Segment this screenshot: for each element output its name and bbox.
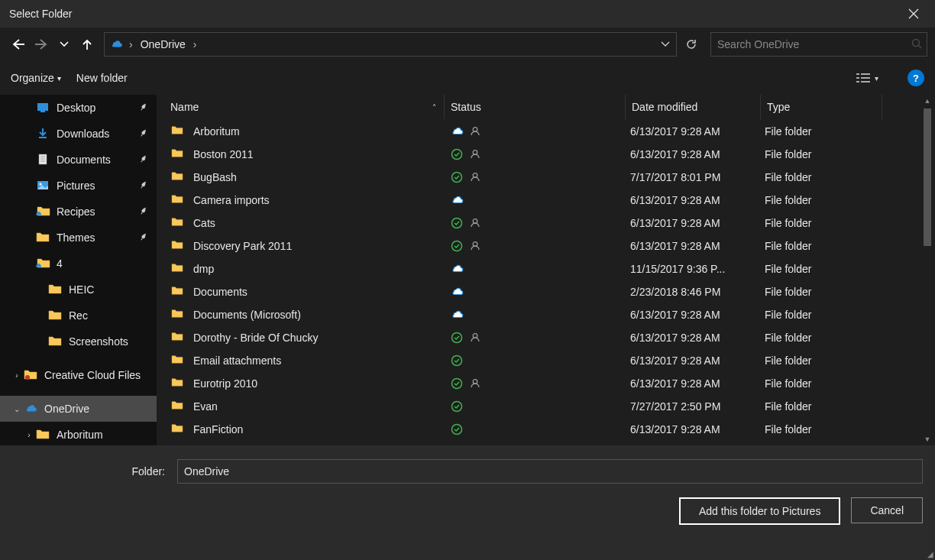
check-status-icon bbox=[450, 216, 464, 230]
refresh-button[interactable] bbox=[680, 33, 703, 56]
new-folder-button[interactable]: New folder bbox=[76, 72, 128, 84]
folder-icon bbox=[35, 230, 50, 245]
file-type: File folder bbox=[759, 354, 879, 367]
download-icon bbox=[35, 126, 50, 141]
file-row[interactable]: Cats6/13/2017 9:28 AMFile folder bbox=[157, 212, 935, 235]
tree-item[interactable]: Pictures bbox=[0, 173, 157, 199]
check-status-icon bbox=[450, 147, 464, 161]
onedrive-icon bbox=[109, 37, 123, 51]
tree-item[interactable]: Themes bbox=[0, 225, 157, 251]
file-row[interactable]: FanFiction6/13/2017 9:28 AMFile folder bbox=[157, 418, 935, 441]
nav-back-button[interactable] bbox=[8, 34, 29, 55]
dialog-window: Select Folder › OneDrive › Organize ▾ bbox=[0, 0, 935, 560]
cancel-button[interactable]: Cancel bbox=[851, 497, 923, 523]
svg-rect-13 bbox=[856, 73, 859, 75]
expand-icon[interactable]: › bbox=[11, 371, 23, 380]
tree-item[interactable]: ⌄OneDrive bbox=[0, 396, 157, 422]
file-type: File folder bbox=[759, 148, 879, 160]
check-status-icon bbox=[450, 354, 464, 367]
file-row[interactable]: BugBash7/17/2017 8:01 PMFile folder bbox=[157, 166, 935, 189]
file-name: Documents (Microsoft) bbox=[193, 309, 301, 321]
file-row[interactable]: Eurotrip 20106/13/2017 9:28 AMFile folde… bbox=[157, 372, 935, 395]
nav-recent-dropdown[interactable] bbox=[53, 34, 75, 55]
expand-icon[interactable]: ⌄ bbox=[11, 405, 23, 413]
tree-item-label: HEIC bbox=[69, 283, 157, 296]
scroll-down-button[interactable]: ▼ bbox=[921, 433, 933, 445]
file-row[interactable]: dmp11/15/2017 9:36 P...File folder bbox=[157, 257, 935, 280]
organize-menu[interactable]: Organize ▾ bbox=[11, 72, 61, 84]
tree-item[interactable]: Rec bbox=[0, 303, 157, 329]
file-row[interactable]: Evan7/27/2017 2:50 PMFile folder bbox=[157, 395, 935, 418]
file-type: File folder bbox=[759, 217, 879, 229]
file-row[interactable]: Camera imports6/13/2017 9:28 AMFile fold… bbox=[157, 189, 935, 212]
shared-icon bbox=[468, 377, 482, 390]
tree-item[interactable]: Desktop bbox=[0, 95, 157, 121]
address-bar[interactable]: › OneDrive › bbox=[104, 32, 677, 57]
close-button[interactable] bbox=[898, 0, 929, 28]
tree-item[interactable]: 4 bbox=[0, 251, 157, 277]
scroll-up-button[interactable]: ▲ bbox=[921, 95, 933, 107]
titlebar: Select Folder bbox=[0, 0, 935, 28]
file-row[interactable]: Dorothy - Bride Of Chucky6/13/2017 9:28 … bbox=[157, 326, 935, 349]
organize-label: Organize bbox=[11, 72, 54, 84]
chevron-down-icon: ▾ bbox=[875, 74, 878, 83]
tree-item-label: Screenshots bbox=[69, 335, 157, 348]
tree-item[interactable]: ›Arboritum bbox=[0, 422, 157, 445]
file-row[interactable]: Documents2/23/2018 8:46 PMFile folder bbox=[157, 280, 935, 303]
file-row[interactable]: Discovery Park 20116/13/2017 9:28 AMFile… bbox=[157, 235, 935, 257]
folder-icon bbox=[170, 216, 184, 230]
add-folder-button[interactable]: Add this folder to Pictures bbox=[679, 497, 841, 525]
tree-item[interactable]: Screenshots bbox=[0, 329, 157, 354]
view-options-button[interactable]: ▾ bbox=[856, 73, 878, 83]
resize-grip[interactable]: ◢ bbox=[927, 550, 933, 558]
scroll-thumb[interactable] bbox=[924, 108, 931, 246]
cloudfolder-icon bbox=[35, 256, 50, 271]
file-row[interactable]: Boston 20116/13/2017 9:28 AMFile folder bbox=[157, 143, 935, 166]
tree-item[interactable]: Downloads bbox=[0, 121, 157, 147]
tree-item-label: Pictures bbox=[57, 180, 137, 192]
file-rows: Arboritum6/13/2017 9:28 AMFile folderBos… bbox=[157, 120, 935, 445]
folder-row: Folder: bbox=[12, 459, 923, 484]
tree-item[interactable]: Recipes bbox=[0, 199, 157, 225]
tree-item[interactable]: ›Creative Cloud Files bbox=[0, 362, 157, 388]
search-box[interactable] bbox=[710, 32, 927, 57]
column-date-modified[interactable]: Date modified bbox=[626, 95, 761, 119]
folder-icon bbox=[170, 193, 184, 207]
file-row[interactable]: Documents (Microsoft)6/13/2017 9:28 AMFi… bbox=[157, 303, 935, 326]
column-name[interactable]: Name˄ bbox=[157, 95, 445, 119]
folder-icon bbox=[47, 334, 63, 349]
file-type: File folder bbox=[759, 194, 879, 206]
search-input[interactable] bbox=[716, 37, 911, 51]
file-date: 6/13/2017 9:28 AM bbox=[624, 332, 759, 344]
column-status[interactable]: Status bbox=[445, 95, 626, 119]
cloud-status-icon bbox=[450, 262, 464, 276]
expand-icon[interactable]: › bbox=[23, 431, 35, 439]
nav-up-button[interactable] bbox=[76, 34, 98, 55]
file-name: FanFiction bbox=[193, 423, 243, 435]
dialog-footer: Folder: Add this folder to Pictures Canc… bbox=[0, 445, 935, 560]
sort-ascending-icon: ˄ bbox=[432, 103, 436, 112]
folder-icon bbox=[170, 262, 184, 276]
tree-item[interactable]: Documents bbox=[0, 147, 157, 173]
nav-forward-button[interactable] bbox=[31, 34, 52, 55]
folder-icon bbox=[170, 400, 184, 413]
breadcrumb-item[interactable]: OneDrive bbox=[136, 38, 190, 50]
folder-name-input[interactable] bbox=[177, 459, 923, 484]
navigation-tree[interactable]: DesktopDownloadsDocumentsPicturesRecipes… bbox=[0, 95, 157, 445]
shared-icon bbox=[468, 170, 482, 184]
svg-line-12 bbox=[919, 46, 921, 48]
shared-icon bbox=[468, 331, 482, 345]
file-name: Cats bbox=[193, 217, 215, 229]
vertical-scrollbar[interactable]: ▲ ▼ bbox=[921, 95, 933, 445]
breadcrumb-separator-icon: › bbox=[126, 38, 136, 50]
pin-icon bbox=[137, 154, 149, 165]
tree-item[interactable]: HEIC bbox=[0, 277, 157, 303]
column-type[interactable]: Type bbox=[761, 95, 882, 119]
desktop-icon bbox=[35, 100, 50, 115]
folder-icon bbox=[170, 285, 184, 299]
file-row[interactable]: Email attachments6/13/2017 9:28 AMFile f… bbox=[157, 349, 935, 372]
address-history-dropdown[interactable] bbox=[656, 41, 675, 47]
cloud-status-icon bbox=[450, 125, 464, 138]
help-button[interactable]: ? bbox=[907, 70, 924, 86]
file-row[interactable]: Arboritum6/13/2017 9:28 AMFile folder bbox=[157, 120, 935, 143]
